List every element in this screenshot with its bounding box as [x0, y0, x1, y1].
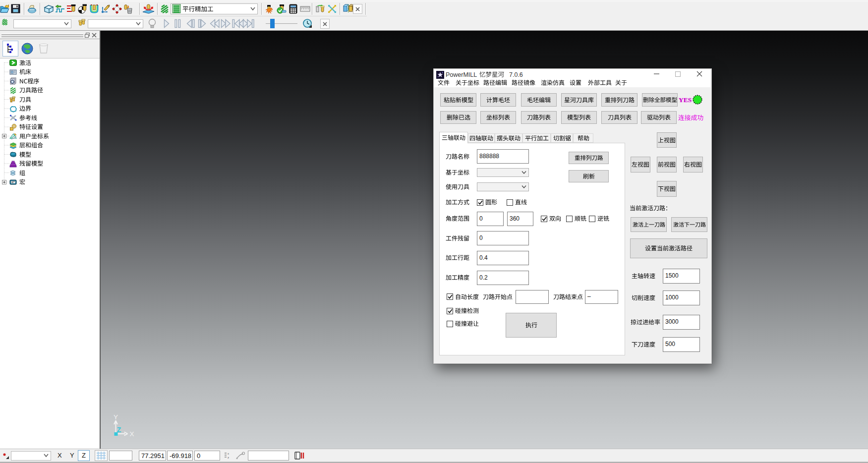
svg-text:Y: Y [114, 413, 118, 421]
svg-text:Z: Z [117, 426, 121, 434]
svg-text:X: X [129, 430, 134, 438]
svg-text:x: x [228, 452, 229, 455]
svg-text:z: z [228, 456, 229, 459]
